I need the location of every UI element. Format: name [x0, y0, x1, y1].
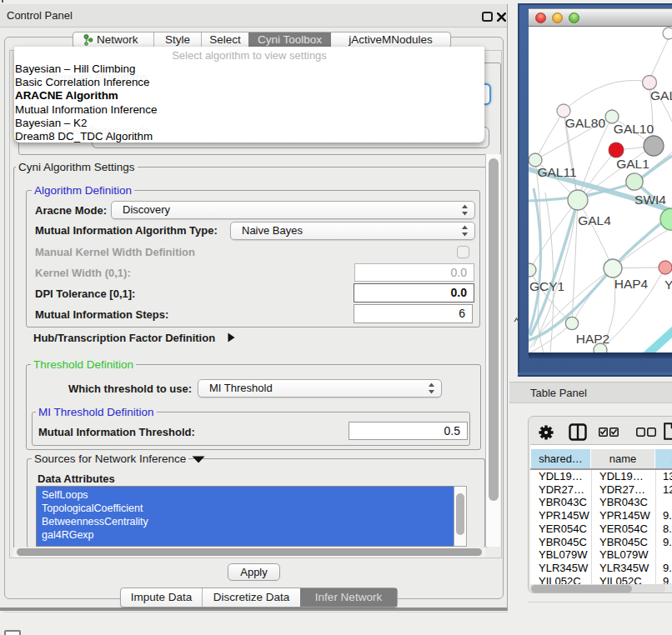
svg-text:SWI4: SWI4: [634, 192, 666, 207]
svg-text:GAL10: GAL10: [614, 122, 654, 136]
svg-text:GAL80: GAL80: [565, 116, 606, 130]
svg-text:GAL1: GAL1: [616, 157, 649, 171]
svg-text:GCY1: GCY1: [529, 279, 564, 293]
svg-text:GAL11: GAL11: [537, 165, 576, 179]
svg-text:HAP4: HAP4: [614, 277, 649, 291]
svg-text:GAL7: GAL7: [650, 88, 672, 102]
svg-text:YL: YL: [664, 278, 672, 292]
svg-text:GAL4: GAL4: [578, 213, 611, 228]
svg-text:HAP2: HAP2: [576, 332, 610, 346]
